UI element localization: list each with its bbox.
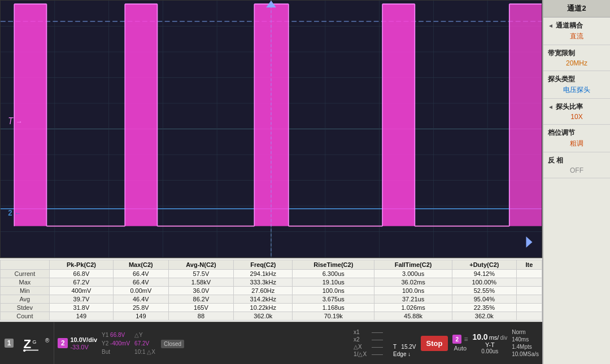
panel-item-header-4: 档位调节 <box>548 128 605 138</box>
svg-text:→: → <box>15 117 22 126</box>
row-cell: 314.2kHz <box>234 295 293 304</box>
cursor-x1-line: —— <box>372 329 389 335</box>
table-row: Current66.8V66.4V57.5V294.1kHz6.300us3.0… <box>1 270 542 278</box>
scope-display: T → 2 ← <box>0 0 542 258</box>
cursor-x2-line: —— <box>372 336 389 343</box>
table-row: Count14914988362.0k70.19k45.88k362.0k <box>1 312 542 321</box>
panel-item-3[interactable]: ◄探头比率10X <box>543 99 610 125</box>
ch2-sq: 2 <box>452 335 461 344</box>
panel-item-header-1: 带宽限制 <box>548 49 605 58</box>
stop-button[interactable]: Stop <box>421 336 448 351</box>
ch1-section: 1 <box>0 322 18 364</box>
svg-rect-34 <box>382 4 415 226</box>
delta-y-val: 67.2V <box>134 339 155 348</box>
panel-item-value-0: 直流 <box>548 32 605 41</box>
panel-item-5[interactable]: 反 相OFF <box>543 152 610 178</box>
panel-item-value-5: OFF <box>548 166 605 174</box>
row-cell: 22.35% <box>452 304 516 312</box>
cursor-invdx-row: 1/△X —— Edge ↓ <box>354 351 416 357</box>
auto-section: 2 ≡ Auto <box>452 335 468 352</box>
row-cell: 362.0k <box>234 312 293 321</box>
y2-label: Y2 -400mV <box>102 339 130 348</box>
col-header-freq: Freq(C2) <box>234 260 293 270</box>
row-cell: 294.1kHz <box>234 270 293 278</box>
row-cell: 400mV <box>49 287 113 295</box>
row-cell <box>516 270 542 278</box>
panel-item-label-3: 探头比率 <box>556 102 583 112</box>
delta-y-display: △Y <box>134 331 155 339</box>
panel-item-label-2: 探头类型 <box>548 74 575 84</box>
panel-item-header-3: ◄探头比率 <box>548 102 605 112</box>
panel-item-value-2: 电压探头 <box>548 85 605 95</box>
row-cell: 100.00% <box>452 278 516 287</box>
table-row: Avg39.7V46.4V86.2V314.2kHz3.675us37.21us… <box>1 295 542 304</box>
time-unit: ms/ <box>489 334 499 341</box>
panel-item-value-3: 10X <box>548 113 605 121</box>
cursor-edge-val: Edge ↓ <box>393 351 416 357</box>
norm-label: Norm <box>512 329 539 335</box>
row-cell: 1.58kV <box>168 278 234 287</box>
panel-item-value-4: 粗调 <box>548 139 605 148</box>
panel-title: 通道2 <box>543 0 610 17</box>
row-cell: 66.4V <box>114 278 168 287</box>
row-cell <box>516 312 542 321</box>
row-cell: 0.00mV <box>114 287 168 295</box>
closed-badge[interactable]: Closed <box>161 338 184 348</box>
svg-point-54 <box>23 349 25 352</box>
row-cell: 94.12% <box>452 270 516 278</box>
col-header-rise: RiseTime(C2) <box>293 260 374 270</box>
cursor-invdx-line: —— <box>372 351 389 357</box>
svg-text:2: 2 <box>8 208 12 218</box>
table-row: Stdev31.8V25.8V165V10.22kHz1.168us1.026m… <box>1 304 542 312</box>
panel-item-label-4: 档位调节 <box>548 128 575 138</box>
sample-rate: 10.0MSa/s <box>512 351 539 357</box>
row-cell: 149 <box>114 312 168 321</box>
main-area: T → 2 ← Pk-Pk(C2) Max(C2) Avg-N(C2) Fre <box>0 0 542 364</box>
norm-sample-section: Norm 140ms 1.4Mpts 10.0MSa/s <box>512 329 539 357</box>
ch2-section: 2 10.0V/div -33.0V Y1 66.8V Y2 -400mV Bu… <box>54 322 188 364</box>
row-label: Current <box>1 270 50 278</box>
row-cell: 36.0V <box>168 287 234 295</box>
table-row: Min400mV0.00mV36.0V27.60Hz100.0ns100.0ns… <box>1 287 542 295</box>
bottom-bar: 1 Z G ® 2 10.0V/div -33.0V Y1 66.8V Y2 -… <box>0 322 542 364</box>
row-cell: 1.026ms <box>374 304 452 312</box>
row-cell: 165V <box>168 304 234 312</box>
panel-item-0[interactable]: ◄通道耦合直流 <box>543 17 610 45</box>
panel-item-1[interactable]: 带宽限制20MHz <box>543 45 610 71</box>
row-label: Max <box>1 278 50 287</box>
panel-item-2[interactable]: 探头类型电压探头 <box>543 71 610 99</box>
panel-item-value-1: 20MHz <box>548 59 605 67</box>
row-cell: 31.8V <box>49 304 113 312</box>
panel-item-header-2: 探头类型 <box>548 74 605 84</box>
logo-icon: Z G <box>23 334 45 353</box>
row-cell: 95.04% <box>452 295 516 304</box>
row-label: Min <box>1 287 50 295</box>
but-label: But <box>102 348 130 356</box>
tri-left-icon: ◄ <box>548 104 554 110</box>
col-header-fall: FallTime(C2) <box>374 260 452 270</box>
cursor-invdx-label: 1/△X <box>354 351 367 357</box>
cursor-x2-label: x2 <box>354 336 367 343</box>
measurement-table-container: Pk-Pk(C2) Max(C2) Avg-N(C2) Freq(C2) Ris… <box>0 258 542 322</box>
row-cell: 70.19k <box>293 312 374 321</box>
panel-item-header-0: ◄通道耦合 <box>548 21 605 30</box>
ch2-number: 2 <box>58 338 68 348</box>
tri-left-icon: ◄ <box>548 23 554 29</box>
row-cell: 10.22kHz <box>234 304 293 312</box>
row-cell: 37.21us <box>374 295 452 304</box>
time-div-label: div <box>500 335 507 341</box>
panel-item-label-0: 通道耦合 <box>556 21 583 30</box>
time-value: 10.0 <box>472 332 487 341</box>
right-panel: 通道2 ◄通道耦合直流带宽限制20MHz探头类型电压探头◄探头比率10X档位调节… <box>542 0 610 364</box>
time-section: 10.0 ms/ div Y-T 0.00us <box>472 332 507 354</box>
row-cell: 25.8V <box>114 304 168 312</box>
col-header-pkpk: Pk-Pk(C2) <box>49 260 113 270</box>
ch2-scale: 10.0V/div <box>70 336 97 343</box>
col-header-duty: +Duty(C2) <box>452 260 516 270</box>
ch2-offset: -33.0V <box>70 344 97 350</box>
panel-item-4[interactable]: 档位调节粗调 <box>543 125 610 152</box>
cursor-dx-line: —— <box>372 344 389 350</box>
cursor-dx-row: △X —— T 15.2V <box>354 344 416 350</box>
ratio-label: 10:1 △X <box>134 348 155 356</box>
bottom-right: x1 —— x2 —— △X —— T 15.2V 1/△X —— Edge ↓ <box>350 322 542 364</box>
